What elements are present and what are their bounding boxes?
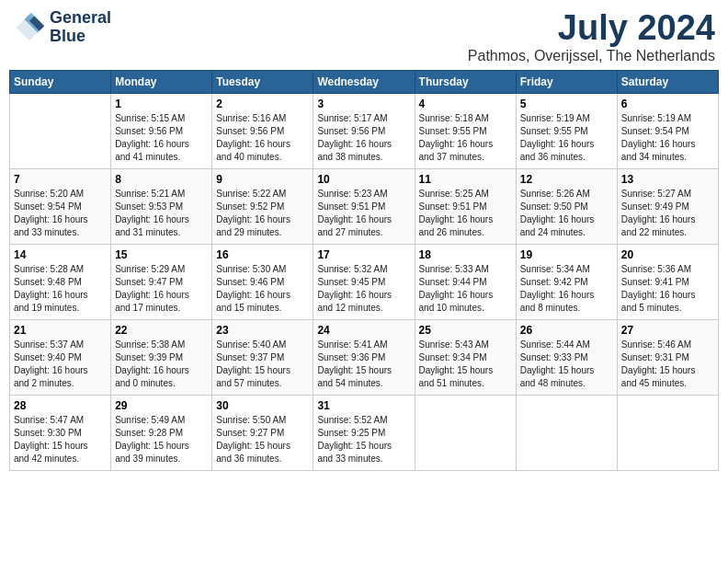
day-info: Sunrise: 5:47 AM Sunset: 9:30 PM Dayligh… [14,414,107,465]
calendar-cell: 16Sunrise: 5:30 AM Sunset: 9:46 PM Dayli… [212,244,313,319]
day-info: Sunrise: 5:25 AM Sunset: 9:51 PM Dayligh… [419,188,512,239]
logo-line2: Blue [50,28,111,46]
calendar-cell: 20Sunrise: 5:36 AM Sunset: 9:41 PM Dayli… [617,244,718,319]
day-number: 26 [520,324,613,337]
title-block: July 2024 Pathmos, Overijssel, The Nethe… [468,9,715,64]
day-number: 14 [14,248,107,261]
day-number: 28 [14,399,107,412]
calendar-cell: 21Sunrise: 5:37 AM Sunset: 9:40 PM Dayli… [10,319,111,395]
day-info: Sunrise: 5:29 AM Sunset: 9:47 PM Dayligh… [115,263,208,315]
day-number: 23 [216,324,309,337]
day-number: 31 [317,399,410,412]
day-number: 20 [621,248,714,261]
calendar-cell: 14Sunrise: 5:28 AM Sunset: 9:48 PM Dayli… [10,244,111,319]
day-number: 29 [115,399,208,412]
day-number: 27 [621,324,714,337]
calendar-cell: 11Sunrise: 5:25 AM Sunset: 9:51 PM Dayli… [415,168,516,244]
weekday-header-friday: Friday [516,70,617,93]
location-subtitle: Pathmos, Overijssel, The Netherlands [468,48,715,64]
calendar-cell: 31Sunrise: 5:52 AM Sunset: 9:25 PM Dayli… [313,395,415,470]
calendar-cell: 1Sunrise: 5:15 AM Sunset: 9:56 PM Daylig… [111,93,212,168]
day-info: Sunrise: 5:30 AM Sunset: 9:46 PM Dayligh… [216,263,309,315]
calendar-cell: 5Sunrise: 5:19 AM Sunset: 9:55 PM Daylig… [516,93,617,168]
calendar-cell [415,395,516,470]
weekday-header-wednesday: Wednesday [313,70,415,93]
month-year-title: July 2024 [468,9,715,48]
calendar-week-3: 14Sunrise: 5:28 AM Sunset: 9:48 PM Dayli… [10,244,719,319]
calendar-cell: 6Sunrise: 5:19 AM Sunset: 9:54 PM Daylig… [617,93,718,168]
calendar-cell: 7Sunrise: 5:20 AM Sunset: 9:54 PM Daylig… [10,168,111,244]
weekday-header-monday: Monday [111,70,212,93]
day-info: Sunrise: 5:28 AM Sunset: 9:48 PM Dayligh… [14,263,107,315]
calendar-week-5: 28Sunrise: 5:47 AM Sunset: 9:30 PM Dayli… [10,395,719,470]
day-info: Sunrise: 5:50 AM Sunset: 9:27 PM Dayligh… [216,414,309,465]
day-number: 25 [419,324,512,337]
calendar-cell: 22Sunrise: 5:38 AM Sunset: 9:39 PM Dayli… [111,319,212,395]
day-info: Sunrise: 5:38 AM Sunset: 9:39 PM Dayligh… [115,339,208,390]
day-info: Sunrise: 5:43 AM Sunset: 9:34 PM Dayligh… [419,339,512,390]
calendar-cell: 25Sunrise: 5:43 AM Sunset: 9:34 PM Dayli… [415,319,516,395]
day-info: Sunrise: 5:19 AM Sunset: 9:54 PM Dayligh… [621,112,714,164]
day-number: 24 [317,324,410,337]
weekday-header-row: SundayMondayTuesdayWednesdayThursdayFrid… [10,70,719,93]
day-info: Sunrise: 5:15 AM Sunset: 9:56 PM Dayligh… [115,112,208,164]
day-number: 22 [115,324,208,337]
day-info: Sunrise: 5:22 AM Sunset: 9:52 PM Dayligh… [216,188,309,239]
day-number: 16 [216,248,309,261]
calendar-cell: 18Sunrise: 5:33 AM Sunset: 9:44 PM Dayli… [415,244,516,319]
day-info: Sunrise: 5:34 AM Sunset: 9:42 PM Dayligh… [520,263,613,315]
calendar-week-4: 21Sunrise: 5:37 AM Sunset: 9:40 PM Dayli… [10,319,719,395]
calendar-week-2: 7Sunrise: 5:20 AM Sunset: 9:54 PM Daylig… [10,168,719,244]
calendar-cell: 24Sunrise: 5:41 AM Sunset: 9:36 PM Dayli… [313,319,415,395]
day-number: 10 [317,173,410,186]
day-number: 3 [317,98,410,110]
calendar-cell: 27Sunrise: 5:46 AM Sunset: 9:31 PM Dayli… [617,319,718,395]
calendar-cell: 19Sunrise: 5:34 AM Sunset: 9:42 PM Dayli… [516,244,617,319]
calendar-cell: 9Sunrise: 5:22 AM Sunset: 9:52 PM Daylig… [212,168,313,244]
calendar-cell: 23Sunrise: 5:40 AM Sunset: 9:37 PM Dayli… [212,319,313,395]
day-info: Sunrise: 5:20 AM Sunset: 9:54 PM Dayligh… [14,188,107,239]
day-number: 11 [419,173,512,186]
day-info: Sunrise: 5:27 AM Sunset: 9:49 PM Dayligh… [621,188,714,239]
day-number: 30 [216,399,309,412]
day-info: Sunrise: 5:17 AM Sunset: 9:56 PM Dayligh… [317,112,410,164]
calendar-cell [10,93,111,168]
calendar-cell: 10Sunrise: 5:23 AM Sunset: 9:51 PM Dayli… [313,168,415,244]
day-number: 6 [621,98,714,110]
calendar-cell: 13Sunrise: 5:27 AM Sunset: 9:49 PM Dayli… [617,168,718,244]
day-number: 15 [115,248,208,261]
day-info: Sunrise: 5:19 AM Sunset: 9:55 PM Dayligh… [520,112,613,164]
day-info: Sunrise: 5:16 AM Sunset: 9:56 PM Dayligh… [216,112,309,164]
weekday-header-sunday: Sunday [10,70,111,93]
day-number: 4 [419,98,512,110]
day-number: 18 [419,248,512,261]
day-info: Sunrise: 5:33 AM Sunset: 9:44 PM Dayligh… [419,263,512,315]
day-info: Sunrise: 5:21 AM Sunset: 9:53 PM Dayligh… [115,188,208,239]
day-number: 13 [621,173,714,186]
weekday-header-tuesday: Tuesday [212,70,313,93]
day-number: 9 [216,173,309,186]
day-info: Sunrise: 5:40 AM Sunset: 9:37 PM Dayligh… [216,339,309,390]
calendar-cell: 3Sunrise: 5:17 AM Sunset: 9:56 PM Daylig… [313,93,415,168]
day-number: 8 [115,173,208,186]
calendar-cell [516,395,617,470]
day-info: Sunrise: 5:37 AM Sunset: 9:40 PM Dayligh… [14,339,107,390]
calendar-cell: 26Sunrise: 5:44 AM Sunset: 9:33 PM Dayli… [516,319,617,395]
weekday-header-saturday: Saturday [617,70,718,93]
day-number: 12 [520,173,613,186]
calendar-cell: 12Sunrise: 5:26 AM Sunset: 9:50 PM Dayli… [516,168,617,244]
day-info: Sunrise: 5:36 AM Sunset: 9:41 PM Dayligh… [621,263,714,315]
day-info: Sunrise: 5:41 AM Sunset: 9:36 PM Dayligh… [317,339,410,390]
day-info: Sunrise: 5:46 AM Sunset: 9:31 PM Dayligh… [621,339,714,390]
day-info: Sunrise: 5:26 AM Sunset: 9:50 PM Dayligh… [520,188,613,239]
day-number: 17 [317,248,410,261]
day-number: 21 [14,324,107,337]
logo-line1: General [50,9,111,28]
logo: General Blue [13,9,111,46]
page-header: General Blue July 2024 Pathmos, Overijss… [9,9,719,64]
calendar-cell: 17Sunrise: 5:32 AM Sunset: 9:45 PM Dayli… [313,244,415,319]
day-info: Sunrise: 5:32 AM Sunset: 9:45 PM Dayligh… [317,263,410,315]
day-info: Sunrise: 5:23 AM Sunset: 9:51 PM Dayligh… [317,188,410,239]
calendar-cell [617,395,718,470]
logo-icon [13,11,46,44]
